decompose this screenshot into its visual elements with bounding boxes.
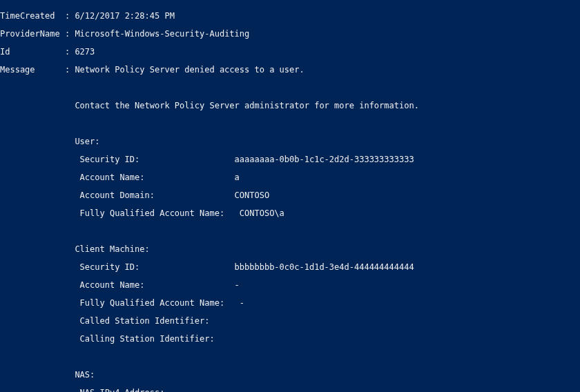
label-providername: ProviderName: [0, 29, 60, 39]
label-user-account-name: Account Name:: [80, 173, 145, 182]
label-user-sid: Security ID:: [80, 155, 140, 164]
value-user-account-name: a: [235, 173, 240, 182]
label-timecreated: TimeCreated: [0, 11, 55, 21]
value-timecreated: 6/12/2017 2:28:45 PM: [75, 11, 175, 21]
label-cm-fqan: Fully Qualified Account Name:: [80, 298, 225, 308]
label-nas-ipv4: NAS IPv4 Address:: [80, 388, 165, 392]
console-output: TimeCreated : 6/12/2017 2:28:45 PM Provi…: [0, 0, 580, 392]
label-cm-called: Called Station Identifier:: [80, 316, 210, 326]
value-user-fqan: CONTOSO\a: [240, 208, 284, 218]
label-cm-sid: Security ID:: [80, 262, 140, 272]
label-message: Message: [0, 65, 35, 75]
label-cm-calling: Calling Station Identifier:: [80, 334, 215, 344]
value-message: Network Policy Server denied access to a…: [75, 65, 304, 75]
heading-client-machine: Client Machine:: [75, 244, 149, 254]
label-user-fqan: Fully Qualified Account Name:: [80, 208, 225, 218]
label-id: Id: [0, 47, 10, 57]
heading-user: User:: [75, 137, 99, 146]
label-cm-account-name: Account Name:: [80, 280, 145, 290]
value-user-sid: aaaaaaaa-0b0b-1c1c-2d2d-333333333333: [235, 155, 414, 164]
label-user-account-domain: Account Domain:: [80, 190, 155, 200]
value-cm-account-name: -: [235, 280, 240, 290]
text-contact: Contact the Network Policy Server admini…: [75, 101, 419, 110]
value-cm-sid: bbbbbbbb-0c0c-1d1d-3e4d-444444444444: [229, 262, 414, 272]
value-id: 6273: [75, 47, 95, 57]
value-cm-fqan: -: [240, 298, 244, 308]
heading-nas: NAS:: [75, 370, 95, 380]
value-user-account-domain: CONTOSO: [235, 190, 270, 200]
value-providername: Microsoft-Windows-Security-Auditing: [75, 29, 249, 39]
value-nas-ipv4: -: [235, 388, 240, 392]
